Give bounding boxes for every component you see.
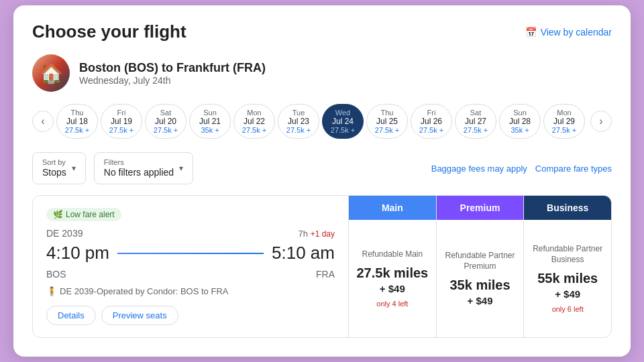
prev-date-button[interactable]: ‹ [32, 111, 54, 132]
flight-main-info: 🌿 Low fare alert DE 2039 7h +1 day 4:10 … [33, 196, 348, 337]
fare-type-label: Refundable Partner Premium [443, 251, 517, 272]
day-name: Sat [470, 109, 482, 117]
route-title: Boston (BOS) to Frankfurt (FRA) [79, 61, 266, 75]
fare-miles: 55k miles [537, 271, 598, 286]
day-num: Jul 22 [244, 117, 265, 126]
date-items: Thu Jul 18 27.5k + Fri Jul 19 27.5k + Sa… [56, 104, 588, 139]
compare-fares-button[interactable]: Compare fare types [535, 164, 612, 174]
day-name: Mon [557, 109, 571, 117]
route-date: Wednesday, July 24th [79, 75, 266, 86]
flight-number: DE 2039 [46, 228, 83, 239]
day-name: Tue [292, 109, 305, 117]
fare-header: Main [349, 196, 436, 220]
sort-dropdown[interactable]: Sort by Stops ▾ [32, 152, 86, 184]
fare-column[interactable]: Business Refundable Partner Business 55k… [524, 196, 611, 337]
fare-type-label: Refundable Partner Business [531, 244, 604, 265]
date-item[interactable]: Thu Jul 25 27.5k + [366, 104, 408, 139]
flight-actions: Details Preview seats [46, 306, 335, 325]
sort-chevron-icon: ▾ [72, 164, 76, 173]
date-item[interactable]: Mon Jul 29 27.5k + [543, 104, 585, 139]
fare-header: Business [524, 196, 611, 220]
date-strip: ‹ Thu Jul 18 27.5k + Fri Jul 19 27.5k + … [32, 104, 612, 139]
arrive-time: 5:10 am [272, 243, 335, 263]
low-fare-badge: 🌿 Low fare alert [46, 208, 121, 221]
day-num: Jul 26 [421, 117, 442, 126]
fare-type-label: Refundable Main [362, 249, 423, 260]
day-num: Jul 19 [111, 117, 132, 126]
date-price: 27.5k + [331, 126, 355, 134]
leaf-icon: 🌿 [53, 210, 63, 219]
fare-body: Refundable Partner Business 55k miles + … [524, 220, 611, 337]
route-image: 🏠 [32, 54, 70, 92]
preview-seats-button[interactable]: Preview seats [101, 306, 178, 325]
date-item[interactable]: Sat Jul 27 27.5k + [455, 104, 496, 139]
header-row: Choose your flight 📅 View by calendar [32, 21, 612, 42]
date-item[interactable]: Sun Jul 28 35k + [499, 104, 541, 139]
controls-row: Sort by Stops ▾ Filters No filters appli… [32, 152, 612, 184]
flight-number-row: DE 2039 7h +1 day [46, 228, 335, 239]
day-num: Jul 21 [199, 117, 221, 126]
fare-cash: + $49 [380, 283, 405, 294]
date-price: 35k + [511, 126, 529, 134]
flight-duration: 7h +1 day [299, 229, 335, 239]
details-button[interactable]: Details [46, 306, 96, 325]
depart-time: 4:10 pm [46, 243, 109, 263]
filters-dropdown[interactable]: Filters No filters applied ▾ [94, 152, 193, 184]
fare-body: Refundable Partner Premium 35k miles + $… [437, 220, 524, 337]
fare-column[interactable]: Premium Refundable Partner Premium 35k m… [437, 196, 525, 337]
date-item[interactable]: Fri Jul 19 27.5k + [101, 104, 142, 139]
date-price: 27.5k + [464, 126, 488, 134]
fare-miles: 27.5k miles [356, 265, 428, 280]
day-num: Jul 20 [155, 117, 176, 126]
fare-column[interactable]: Main Refundable Main 27.5k miles + $49 o… [349, 196, 437, 337]
flight-section: 🌿 Low fare alert DE 2039 7h +1 day 4:10 … [32, 195, 612, 338]
next-date-button[interactable]: › [590, 111, 612, 132]
date-item[interactable]: Sat Jul 20 27.5k + [145, 104, 186, 139]
date-item[interactable]: Sun Jul 21 35k + [189, 104, 231, 139]
day-num: Jul 27 [465, 117, 486, 126]
airports-row: BOS FRA [46, 269, 335, 280]
person-icon: 🧍 [46, 286, 57, 296]
date-price: 27.5k + [375, 126, 399, 134]
date-item[interactable]: Mon Jul 22 27.5k + [233, 104, 275, 139]
date-price: 27.5k + [242, 126, 266, 134]
main-card: Choose your flight 📅 View by calendar 🏠 … [13, 5, 631, 357]
day-name: Fri [117, 109, 126, 117]
depart-airport: BOS [46, 269, 66, 280]
fare-header: Premium [437, 196, 524, 220]
page-title: Choose your flight [32, 21, 186, 42]
fare-availability: only 6 left [552, 305, 584, 313]
date-price: 27.5k + [552, 126, 576, 134]
day-num: Jul 23 [288, 117, 309, 126]
day-num: Jul 24 [332, 117, 354, 126]
day-name: Mon [247, 109, 261, 117]
date-item[interactable]: Tue Jul 23 27.5k + [278, 104, 319, 139]
view-calendar-button[interactable]: 📅 View by calendar [525, 27, 612, 38]
day-num: Jul 28 [509, 117, 531, 126]
day-name: Wed [335, 109, 350, 117]
date-item[interactable]: Thu Jul 18 27.5k + [56, 104, 98, 139]
fare-body: Refundable Main 27.5k miles + $49 only 4… [349, 220, 436, 337]
route-info: Boston (BOS) to Frankfurt (FRA) Wednesda… [79, 61, 266, 86]
day-num: Jul 18 [66, 117, 88, 126]
actions-right: Baggage fees may apply Compare fare type… [431, 164, 612, 174]
date-price: 27.5k + [154, 126, 178, 134]
arrive-airport: FRA [316, 269, 335, 280]
day-name: Sun [513, 109, 527, 117]
times-row: 4:10 pm 5:10 am [46, 243, 335, 263]
day-name: Thu [381, 109, 394, 117]
filter-chevron-icon: ▾ [179, 164, 183, 173]
fare-columns: Main Refundable Main 27.5k miles + $49 o… [348, 196, 611, 337]
date-item[interactable]: Fri Jul 26 27.5k + [411, 104, 452, 139]
baggage-fees-button[interactable]: Baggage fees may apply [431, 164, 527, 174]
day-num: Jul 25 [376, 117, 398, 126]
date-price: 27.5k + [286, 126, 311, 134]
flight-line [117, 253, 264, 254]
fare-availability: only 4 left [376, 300, 408, 308]
date-price: 27.5k + [65, 126, 89, 134]
date-item[interactable]: Wed Jul 24 27.5k + [322, 104, 364, 139]
route-row: 🏠 Boston (BOS) to Frankfurt (FRA) Wednes… [32, 54, 612, 92]
fare-miles: 35k miles [449, 278, 510, 292]
operated-by: 🧍 DE 2039-Operated by Condor: BOS to FRA [46, 286, 335, 296]
date-price: 27.5k + [109, 126, 133, 134]
